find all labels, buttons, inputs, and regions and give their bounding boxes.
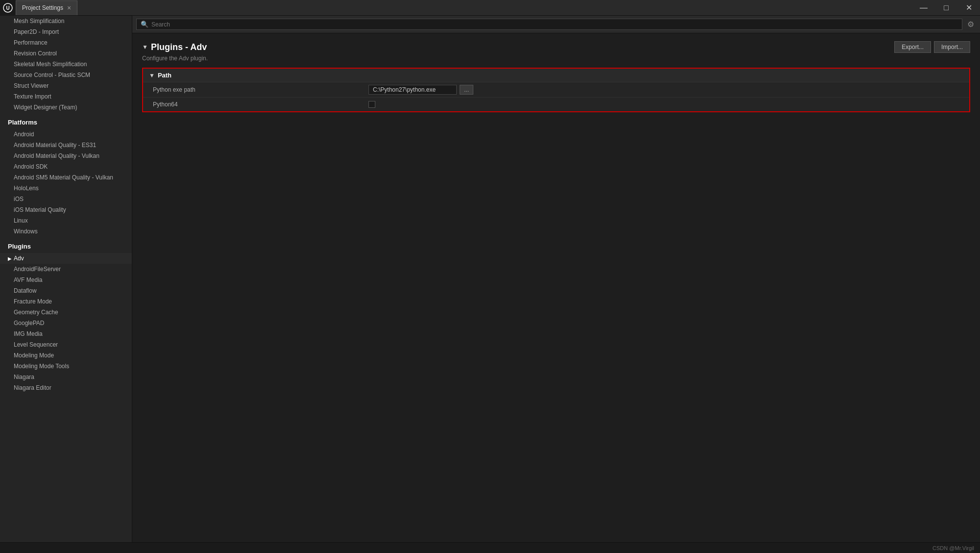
collapse-arrow-icon[interactable]: ▼ (142, 44, 148, 50)
python64-value (368, 101, 375, 108)
minimize-button[interactable]: — (912, 0, 935, 16)
sidebar-item-img-media[interactable]: IMG Media (0, 328, 132, 339)
sidebar-item-avf-media[interactable]: AVF Media (0, 275, 132, 285)
sidebar-item-widget-designer-(team)[interactable]: Widget Designer (Team) (0, 102, 132, 113)
tab-close-button[interactable]: × (67, 4, 71, 11)
main-content: Mesh SimplificationPaper2D - ImportPerfo… (0, 16, 980, 542)
section-title-row: ▼ Plugins - Adv Export... Import... (142, 41, 970, 53)
export-button[interactable]: Export... (894, 41, 931, 53)
settings-group-title: Path (158, 72, 172, 79)
sidebar-item-fracture-mode[interactable]: Fracture Mode (0, 296, 132, 307)
sidebar-item-dataflow[interactable]: Dataflow (0, 285, 132, 296)
python-exe-input[interactable] (368, 85, 457, 95)
title-bar: U Project Settings × — □ ✕ (0, 0, 980, 16)
section-subtitle: Configure the Adv plugin. (142, 55, 970, 62)
sidebar-item-androidfileserver[interactable]: AndroidFileServer (0, 264, 132, 275)
sidebar: Mesh SimplificationPaper2D - ImportPerfo… (0, 16, 132, 542)
sidebar-item-niagara-editor[interactable]: Niagara Editor (0, 382, 132, 393)
sidebar-item-android-material-quality-vulkan[interactable]: Android Material Quality - Vulkan (0, 151, 132, 161)
sidebar-item-paper2d---import[interactable]: Paper2D - Import (0, 26, 132, 37)
sidebar-plugins: ▶AdvAndroidFileServerAVF MediaDataflowFr… (0, 253, 132, 393)
sidebar-item-android[interactable]: Android (0, 129, 132, 140)
sidebar-item-revision-control[interactable]: Revision Control (0, 48, 132, 59)
section-title: Plugins - Adv (151, 42, 207, 52)
search-icon: 🔍 (141, 21, 148, 28)
sidebar-above-section: Mesh SimplificationPaper2D - ImportPerfo… (0, 16, 132, 113)
status-text: CSDN @Mr.Virgil (932, 545, 974, 551)
settings-row-python64: Python64 (143, 98, 969, 111)
sidebar-item-level-sequencer[interactable]: Level Sequencer (0, 339, 132, 350)
sidebar-item-linux[interactable]: Linux (0, 215, 132, 226)
browse-button[interactable]: ... (460, 85, 473, 95)
section-title-left: ▼ Plugins - Adv (142, 42, 207, 52)
import-button[interactable]: Import... (934, 41, 970, 53)
sidebar-item-android-sm5-material-quality-vulkan[interactable]: Android SM5 Material Quality - Vulkan (0, 172, 132, 183)
sidebar-item-niagara[interactable]: Niagara (0, 372, 132, 382)
python-exe-value: ... (368, 85, 473, 95)
search-input[interactable] (151, 21, 958, 28)
search-input-wrapper: 🔍 (136, 19, 962, 30)
sidebar-item-struct-viewer[interactable]: Struct Viewer (0, 80, 132, 91)
window-controls: — □ ✕ (912, 0, 980, 16)
python64-checkbox[interactable] (368, 101, 375, 108)
sidebar-item-windows[interactable]: Windows (0, 226, 132, 237)
sidebar-item-modeling-mode[interactable]: Modeling Mode (0, 350, 132, 361)
platforms-header: Platforms (0, 113, 132, 129)
sidebar-item-android-sdk[interactable]: Android SDK (0, 161, 132, 172)
python-exe-label: Python exe path (153, 86, 368, 93)
sidebar-item-android-material-quality-es31[interactable]: Android Material Quality - ES31 (0, 140, 132, 151)
python64-label: Python64 (153, 101, 368, 108)
close-button[interactable]: ✕ (957, 0, 980, 16)
project-settings-tab[interactable]: Project Settings × (16, 0, 77, 15)
sidebar-item-skeletal-mesh-simplification[interactable]: Skeletal Mesh Simplification (0, 59, 132, 70)
title-bar-left: U Project Settings × (0, 0, 77, 16)
sidebar-item-label: Adv (14, 255, 24, 262)
sidebar-item-googlepad[interactable]: GooglePAD (0, 318, 132, 328)
sidebar-item-modeling-mode-tools[interactable]: Modeling Mode Tools (0, 361, 132, 372)
status-bar: CSDN @Mr.Virgil (0, 542, 980, 553)
sidebar-item-mesh-simplification[interactable]: Mesh Simplification (0, 16, 132, 26)
settings-group-header: ▼ Path (143, 69, 969, 82)
content-area: 🔍 ⚙ ▼ Plugins - Adv Export... Import... … (132, 16, 980, 542)
group-collapse-arrow-icon[interactable]: ▼ (149, 72, 155, 79)
sidebar-platforms: AndroidAndroid Material Quality - ES31An… (0, 129, 132, 237)
sidebar-item-performance[interactable]: Performance (0, 37, 132, 48)
search-bar: 🔍 ⚙ (132, 16, 980, 33)
sidebar-item-geometry-cache[interactable]: Geometry Cache (0, 307, 132, 318)
sidebar-item-adv[interactable]: ▶Adv (0, 253, 132, 264)
plugins-header: Plugins (0, 237, 132, 253)
adv-expand-arrow-icon: ▶ (8, 256, 12, 261)
svg-text:U: U (6, 5, 9, 11)
sidebar-item-ios-material-quality[interactable]: iOS Material Quality (0, 204, 132, 215)
sidebar-item-texture-import[interactable]: Texture Import (0, 91, 132, 102)
ue-logo: U (0, 0, 16, 16)
search-settings-button[interactable]: ⚙ (965, 19, 976, 30)
content-body: ▼ Plugins - Adv Export... Import... Conf… (132, 33, 980, 542)
maximize-button[interactable]: □ (935, 0, 957, 16)
section-buttons: Export... Import... (894, 41, 970, 53)
tab-label: Project Settings (22, 4, 63, 11)
settings-row-python-exe: Python exe path ... (143, 82, 969, 98)
sidebar-item-ios[interactable]: iOS (0, 194, 132, 204)
sidebar-item-hololens[interactable]: HoloLens (0, 183, 132, 194)
settings-group-path: ▼ Path Python exe path ... Python64 (142, 68, 970, 112)
sidebar-item-source-control---plastic-scm[interactable]: Source Control - Plastic SCM (0, 70, 132, 80)
